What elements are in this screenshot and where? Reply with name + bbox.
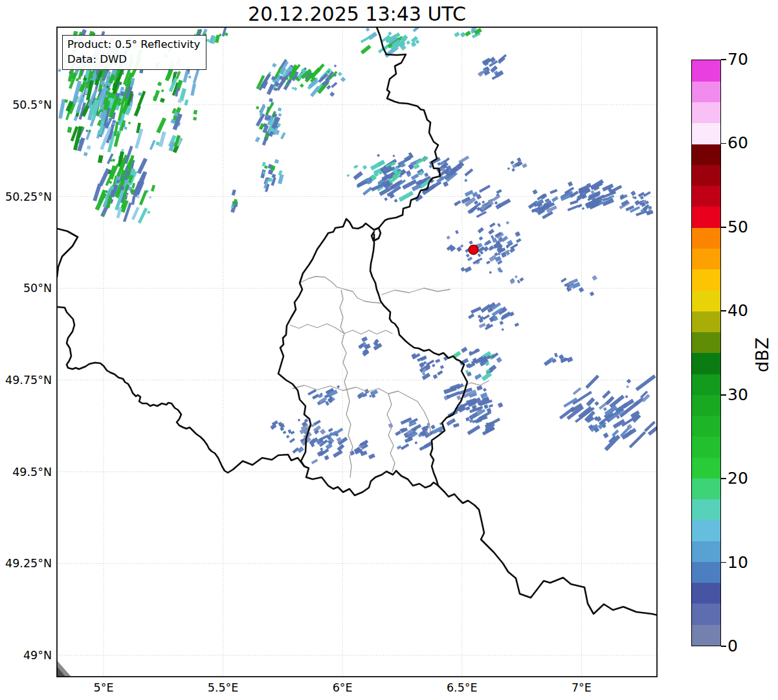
colorbar-segment bbox=[692, 457, 720, 479]
colorbar-segment bbox=[692, 353, 720, 374]
colorbar-tick-mark bbox=[721, 310, 726, 311]
y-tick-label: 49°N bbox=[0, 648, 52, 662]
x-tick-label: 5.5°E bbox=[184, 681, 262, 695]
radar-cluster bbox=[358, 337, 382, 357]
domain-edge-wedge bbox=[57, 660, 71, 677]
colorbar-segment bbox=[692, 499, 720, 521]
colorbar-tick-mark bbox=[721, 143, 726, 144]
colorbar-tick-mark bbox=[721, 646, 726, 647]
radar-cluster bbox=[478, 54, 507, 80]
colorbar-segment bbox=[692, 123, 720, 144]
colorbar-segment bbox=[692, 583, 720, 604]
radar-site-marker-icon bbox=[469, 245, 478, 254]
colorbar-segment bbox=[692, 541, 720, 562]
x-tick-label: 6°E bbox=[304, 681, 381, 695]
colorbar-segment bbox=[692, 60, 720, 82]
colorbar-segment bbox=[692, 164, 720, 186]
colorbar-segment bbox=[692, 186, 720, 207]
radar-cluster bbox=[509, 275, 524, 284]
radar-cluster bbox=[443, 383, 503, 436]
colorbar-segment bbox=[692, 81, 720, 102]
colorbar-tick-label: 30 bbox=[728, 385, 773, 405]
colorbar-segment bbox=[692, 332, 720, 353]
map-plot-area bbox=[0, 0, 778, 700]
border-france-belgium-b bbox=[57, 307, 304, 473]
grid-lines bbox=[57, 27, 657, 677]
colorbar-segment bbox=[692, 311, 720, 332]
radar-cluster bbox=[357, 389, 379, 399]
radar-cluster bbox=[454, 27, 482, 39]
colorbar-tick-mark bbox=[721, 59, 726, 60]
colorbar bbox=[691, 60, 721, 646]
colorbar-segment bbox=[692, 394, 720, 416]
colorbar-segment bbox=[692, 102, 720, 124]
colorbar-unit-label: dBZ bbox=[751, 322, 773, 387]
admin-borders-gray bbox=[290, 277, 489, 477]
colorbar-segment bbox=[692, 416, 720, 437]
radar-cluster bbox=[544, 353, 573, 367]
colorbar-tick-label: 50 bbox=[728, 218, 773, 237]
x-tick-label: 7°E bbox=[542, 681, 620, 695]
y-tick-label: 49.5°N bbox=[0, 465, 52, 479]
radar-cluster bbox=[297, 63, 346, 97]
radar-cluster bbox=[270, 420, 292, 438]
radar-cluster bbox=[361, 23, 423, 58]
radar-cluster bbox=[93, 146, 155, 223]
colorbar-segment bbox=[692, 290, 720, 311]
radar-reflectivity-cells bbox=[58, 23, 666, 464]
product-line: Product: 0.5° Reflectivity bbox=[67, 37, 200, 52]
radar-cluster bbox=[452, 346, 502, 381]
colorbar-segment bbox=[692, 478, 720, 499]
y-tick-label: 50°N bbox=[0, 281, 52, 295]
radar-cluster bbox=[507, 157, 528, 172]
colorbar-segment bbox=[692, 374, 720, 395]
radar-cluster bbox=[347, 152, 442, 203]
radar-cluster bbox=[454, 185, 511, 218]
x-tick-label: 5°E bbox=[65, 681, 142, 695]
colorbar-tick-label: 20 bbox=[728, 469, 773, 488]
radar-cluster bbox=[561, 275, 597, 297]
colorbar-tick-mark bbox=[721, 562, 726, 563]
colorbar-segment bbox=[692, 207, 720, 228]
radar-cluster bbox=[411, 353, 449, 380]
colorbar-tick-label: 0 bbox=[728, 637, 773, 656]
x-tick-label: 6.5°E bbox=[423, 681, 501, 695]
radar-cluster bbox=[528, 189, 559, 220]
colorbar-segment bbox=[692, 227, 720, 249]
colorbar-segment bbox=[692, 269, 720, 291]
colorbar-tick-label: 40 bbox=[728, 301, 773, 321]
colorbar-tick-mark bbox=[721, 227, 726, 228]
colorbar-tick-label: 60 bbox=[728, 133, 773, 153]
border-france-belgium-a bbox=[57, 229, 78, 277]
colorbar-tick-mark bbox=[721, 478, 726, 479]
radar-cluster bbox=[350, 440, 375, 459]
colorbar-segment bbox=[692, 604, 720, 625]
radar-cluster bbox=[559, 374, 666, 451]
radar-cluster bbox=[230, 189, 238, 212]
axes-frame bbox=[57, 27, 657, 677]
radar-cluster bbox=[260, 159, 283, 192]
colorbar-segment bbox=[692, 248, 720, 269]
radar-cluster bbox=[256, 59, 303, 95]
colorbar-tick-label: 10 bbox=[728, 553, 773, 572]
country-borders bbox=[57, 27, 658, 615]
radar-cluster bbox=[561, 179, 623, 211]
data-source-line: Data: DWD bbox=[67, 52, 200, 67]
radar-figure: 20.12.2025 13:43 UTC bbox=[0, 0, 778, 700]
colorbar-segment bbox=[692, 436, 720, 458]
radar-cluster bbox=[388, 417, 444, 451]
colorbar-tick-label: 70 bbox=[728, 50, 773, 69]
colorbar-tick-mark bbox=[721, 394, 726, 396]
border-belgium-germany bbox=[374, 27, 440, 230]
radar-cluster bbox=[468, 302, 519, 331]
colorbar-segment bbox=[692, 520, 720, 541]
y-tick-label: 50.5°N bbox=[0, 98, 52, 112]
colorbar-segment bbox=[692, 561, 720, 583]
y-tick-label: 49.25°N bbox=[0, 556, 52, 570]
radar-cluster bbox=[255, 98, 286, 146]
colorbar-segment bbox=[692, 144, 720, 165]
product-info-box: Product: 0.5° Reflectivity Data: DWD bbox=[62, 35, 206, 70]
colorbar-segment bbox=[692, 624, 720, 646]
y-tick-label: 50.25°N bbox=[0, 190, 52, 204]
y-tick-label: 49.75°N bbox=[0, 373, 52, 387]
